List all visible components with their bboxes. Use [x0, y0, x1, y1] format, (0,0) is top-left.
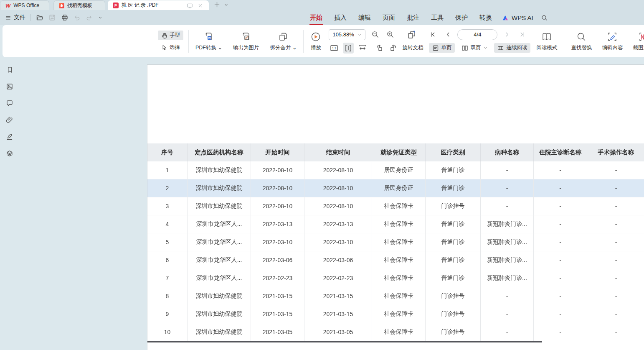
table-cell: 深圳市龙华区人...: [188, 269, 251, 287]
file-menu-button[interactable]: 文件: [5, 14, 25, 21]
redo-button[interactable]: [86, 14, 93, 21]
table-cell: 门诊挂号: [426, 305, 481, 323]
double-page-button[interactable]: 双页: [458, 43, 491, 53]
table-cell: 2022-03-10: [251, 233, 304, 251]
table-row: 6 深圳市龙华区人... 2022-03-06 2022-03-06 社会保障卡…: [147, 251, 644, 269]
zoom-level-select[interactable]: 105.88%: [329, 29, 365, 40]
table-cell: 2022-03-06: [251, 251, 304, 269]
close-tab-icon[interactable]: [196, 2, 204, 10]
fit-width-button[interactable]: [357, 43, 368, 54]
page-indicator-input[interactable]: 4/4: [457, 29, 497, 40]
share-to-screen-icon[interactable]: [186, 2, 193, 10]
rotate-doc-label[interactable]: 旋转文档: [402, 44, 423, 51]
table-cell: 4: [147, 215, 188, 233]
table-cell: 新冠肺炎门诊...: [481, 269, 534, 287]
app-tab-wps-office[interactable]: W WPS Office: [0, 0, 49, 10]
table-cell: -: [587, 179, 644, 197]
divider: [564, 30, 564, 53]
table-cell: 2022-08-10: [304, 197, 372, 215]
menu-search-icon[interactable]: [541, 14, 548, 21]
table-header-cell: 就诊凭证类型: [372, 143, 426, 161]
actual-size-button[interactable]: 1:1: [329, 43, 340, 54]
edit-tools-group: 查找替换 编辑内容 截图对比 压缩 A文 全文翻译 文A 划词翻译: [569, 30, 644, 53]
table-bottom-border: [147, 341, 542, 342]
last-page-button[interactable]: [517, 29, 527, 40]
play-button[interactable]: 播放: [309, 31, 323, 52]
open-file-button[interactable]: [36, 14, 43, 21]
menu-tab[interactable]: 保护: [449, 10, 474, 25]
app-tab-docer[interactable]: 找稻壳模板: [53, 0, 105, 10]
svg-text:W: W: [208, 36, 211, 39]
table-cell: 普通门诊: [426, 269, 481, 287]
menu-tab[interactable]: 编辑: [352, 10, 377, 25]
first-page-button[interactable]: [427, 29, 438, 40]
rotate-right-button[interactable]: [388, 43, 399, 54]
save-button[interactable]: [48, 14, 56, 21]
undo-button[interactable]: [74, 14, 81, 21]
menu-tab[interactable]: 工具: [425, 10, 449, 25]
table-cell: 7: [147, 269, 188, 287]
tab-list-chevron-icon[interactable]: [222, 1, 230, 8]
table-cell: -: [587, 305, 644, 323]
table-cell: 2022-08-10: [304, 161, 372, 179]
hand-tool-button[interactable]: 手型: [158, 31, 183, 40]
table-cell: -: [587, 269, 644, 287]
single-page-button[interactable]: 单页: [429, 43, 455, 53]
quick-access-chevron-icon[interactable]: [98, 15, 103, 20]
table-row: 3 深圳市妇幼保健院 2022-08-10 2022-08-10 社会保障卡 门…: [147, 197, 644, 215]
new-tab-button[interactable]: [213, 1, 221, 8]
rotate-pages-icon[interactable]: [406, 29, 417, 40]
table-row: 8 深圳市妇幼保健院 2021-03-15 2021-03-15 社会保障卡 门…: [147, 287, 644, 305]
zoom-in-button[interactable]: [385, 29, 396, 40]
menu-tab[interactable]: 页面: [377, 10, 401, 25]
table-cell: -: [534, 197, 587, 215]
table-cell: 居民身份证: [372, 161, 426, 179]
comments-panel-icon[interactable]: [5, 99, 14, 107]
table-cell: 新冠肺炎门诊...: [481, 233, 534, 251]
previous-page-button[interactable]: [442, 29, 453, 40]
next-page-button[interactable]: [502, 29, 512, 40]
menu-tab[interactable]: 插入: [328, 10, 352, 25]
continuous-read-button[interactable]: 连续阅读: [494, 43, 530, 53]
table-cell: 社会保障卡: [372, 197, 426, 215]
select-tool-button[interactable]: 选择: [158, 43, 183, 52]
zoom-out-button[interactable]: [370, 29, 380, 40]
pdf-file-icon: P: [113, 3, 119, 8]
menu-tab[interactable]: 转换: [474, 10, 498, 25]
rotate-left-button[interactable]: [374, 43, 385, 54]
table-cell: 2022-08-10: [251, 197, 304, 215]
docer-logo-icon: [59, 3, 64, 8]
export-image-button[interactable]: 输出为图片: [231, 31, 261, 52]
table-cell: -: [587, 197, 644, 215]
signature-panel-icon[interactable]: [5, 133, 14, 141]
find-replace-button[interactable]: 查找替换: [569, 31, 593, 52]
divider: [108, 14, 108, 21]
table-cell: 2021-03-05: [251, 323, 304, 341]
table-cell: -: [481, 323, 534, 341]
split-merge-button[interactable]: 拆分合并 ⌄: [268, 31, 298, 52]
edit-content-button[interactable]: 编辑内容: [600, 31, 624, 52]
table-cell: 社会保障卡: [372, 269, 426, 287]
document-tab[interactable]: P 就 医 记 录 .PDF: [108, 0, 209, 10]
table-cell: -: [587, 215, 644, 233]
table-cell: 社会保障卡: [372, 305, 426, 323]
menu-tab[interactable]: 批注: [401, 10, 425, 25]
attachments-panel-icon[interactable]: [5, 116, 14, 124]
thumbnails-panel-icon[interactable]: [5, 82, 14, 90]
table-cell: 社会保障卡: [372, 251, 426, 269]
read-mode-button[interactable]: 阅读模式: [535, 31, 559, 52]
screenshot-compare-button[interactable]: 截图对比: [631, 31, 644, 52]
table-header-cell: 住院主诊断名称: [534, 143, 587, 161]
table-cell: -: [534, 161, 587, 179]
menu-tab[interactable]: 开始: [304, 10, 328, 25]
layers-panel-icon[interactable]: [5, 149, 14, 157]
table-cell: -: [534, 305, 587, 323]
bookmarks-panel-icon[interactable]: [5, 66, 14, 74]
pdf-convert-button[interactable]: W PDF转换 ⌄: [194, 31, 224, 52]
hand-icon: [161, 32, 167, 38]
document-tab-label: 就 医 记 录 .PDF: [122, 2, 159, 9]
print-button[interactable]: [61, 14, 68, 21]
table-cell: 门诊挂号: [426, 197, 481, 215]
fit-page-button[interactable]: [343, 43, 354, 54]
wps-ai-button[interactable]: WPS AI: [498, 14, 538, 21]
